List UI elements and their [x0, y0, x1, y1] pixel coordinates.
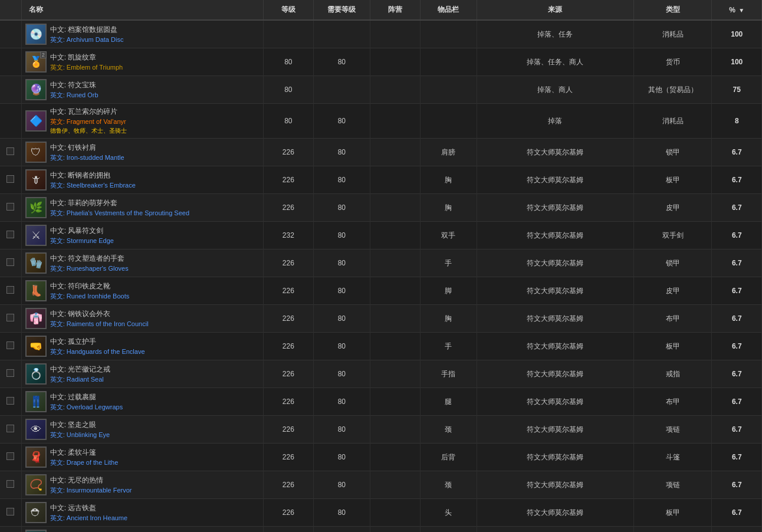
item-name-en[interactable]: 英文: Insurmountable Fervor: [50, 486, 132, 495]
row-req-level: 80: [313, 444, 370, 471]
row-source: 符文大师莫尔基姆: [477, 471, 634, 499]
item-name-en[interactable]: 英文: Runed Orb: [50, 91, 98, 100]
table-row: 👖中文: 过载裹腿英文: Overload Legwraps22680腿符文大师…: [0, 388, 762, 416]
item-icon: 👁: [25, 419, 47, 440]
row-name-cell: 🛡中文: 钉铁衬肩英文: Iron-studded Mantle: [21, 139, 263, 166]
row-check-cell: [0, 139, 21, 166]
col-slot[interactable]: 物品栏: [420, 0, 477, 20]
row-checkbox[interactable]: [6, 369, 14, 377]
row-req-level: 80: [313, 527, 370, 533]
item-name-zh: 中文: 符文塑造者的手套: [50, 254, 129, 264]
row-slot: 颈: [420, 471, 477, 499]
row-check-cell: [0, 249, 21, 277]
col-req-level[interactable]: 需要等级: [313, 0, 370, 20]
item-name-en[interactable]: 英文: Steelbreaker's Embrace: [50, 181, 136, 190]
row-checkbox[interactable]: [6, 203, 14, 211]
row-pct: 100: [712, 48, 762, 76]
row-type: 双手剑: [633, 222, 712, 249]
row-pct: 6.7: [712, 194, 762, 222]
row-faction: [370, 444, 420, 471]
row-req-level: 80: [313, 471, 370, 499]
item-name-zh: 中文: 光芒徽记之戒: [50, 364, 111, 375]
row-checkbox[interactable]: [6, 397, 14, 405]
item-name-zh: 中文: 远古铁盔: [50, 503, 127, 513]
row-level: 226: [264, 388, 313, 416]
item-icon: 🔷: [25, 110, 47, 132]
item-name-zh: 中文: 无尽的热情: [50, 475, 132, 485]
item-name-en[interactable]: 英文: Runed Ironhide Boots: [50, 292, 130, 301]
table-row: ⚔中文: 风暴符文剑英文: Stormrune Edge23280双手符文大师莫…: [0, 222, 762, 249]
item-name-en[interactable]: 英文: Fragment of Val'anyr: [50, 117, 127, 126]
table-row: 🧤中文: 符文塑造者的手套英文: Runeshaper's Gloves2268…: [0, 249, 762, 277]
row-checkbox[interactable]: [6, 231, 14, 238]
row-check-cell: [0, 360, 21, 388]
row-faction: [370, 104, 420, 139]
row-checkbox[interactable]: [6, 175, 14, 183]
item-name-en[interactable]: 英文: Ancient Iron Heaume: [50, 514, 127, 523]
col-type[interactable]: 类型: [633, 0, 712, 20]
row-source: 掉落: [477, 104, 634, 139]
row-checkbox[interactable]: [6, 314, 14, 321]
item-name-en[interactable]: 英文: Radiant Seal: [50, 375, 111, 384]
item-name-zh: 中文: 钢铁议会外衣: [50, 309, 149, 319]
table-row: 🗡中文: 断钢者的拥抱英文: Steelbreaker's Embrace226…: [0, 166, 762, 194]
col-source[interactable]: 来源: [477, 0, 634, 20]
item-name-en[interactable]: 英文: Drape of the Lithe: [50, 458, 119, 467]
table-row: 💿中文: 档案馆数据圆盘英文: Archivum Data Disc掉落、任务消…: [0, 20, 762, 48]
item-name-en[interactable]: 英文: Archivum Data Disc: [50, 35, 124, 44]
row-slot: 双手: [420, 222, 477, 249]
item-name-en[interactable]: 英文: Phaelia's Vestments of the Sprouting…: [50, 209, 189, 218]
item-name-en[interactable]: 英文: Emblem of Triumph: [50, 63, 123, 72]
table-row: 🔱中文: 专注英文: Rapture23280双手符文大师莫尔基姆法杖6.7: [0, 527, 762, 533]
row-checkbox[interactable]: [6, 341, 14, 349]
table-row: 💍中文: 光芒徽记之戒英文: Radiant Seal22680手指符文大师莫尔…: [0, 360, 762, 388]
row-faction: [370, 249, 420, 277]
row-checkbox[interactable]: [6, 480, 14, 488]
row-pct: 6.7: [712, 222, 762, 249]
item-name-en[interactable]: 英文: Raiments of the Iron Council: [50, 320, 149, 329]
row-checkbox[interactable]: [6, 258, 14, 266]
row-checkbox[interactable]: [6, 452, 14, 460]
row-req-level: 80: [313, 305, 370, 333]
row-source: 符文大师莫尔基姆: [477, 499, 634, 527]
row-pct: 6.7: [712, 166, 762, 194]
item-name-en[interactable]: 英文: Runeshaper's Gloves: [50, 264, 129, 273]
col-pct[interactable]: % ▼: [712, 0, 762, 20]
row-check-cell: [0, 388, 21, 416]
col-name[interactable]: 名称: [21, 0, 263, 20]
item-name-en[interactable]: 英文: Overload Legwraps: [50, 403, 123, 412]
col-faction[interactable]: 阵营: [370, 0, 420, 20]
row-checkbox[interactable]: [6, 425, 14, 432]
row-level: 226: [264, 333, 313, 360]
row-source: 符文大师莫尔基姆: [477, 166, 634, 194]
table-row: ⛑中文: 远古铁盔英文: Ancient Iron Heaume22680头符文…: [0, 499, 762, 527]
row-type: 项链: [633, 416, 712, 444]
table-row: 🏅2中文: 凯旋纹章英文: Emblem of Triumph8080掉落、任务…: [0, 48, 762, 76]
row-req-level: 80: [313, 194, 370, 222]
row-faction: [370, 499, 420, 527]
row-req-level: 80: [313, 499, 370, 527]
col-level[interactable]: 等级: [264, 0, 313, 20]
table-row: 🤜中文: 孤立护手英文: Handguards of the Enclave22…: [0, 333, 762, 360]
item-icon: 🤜: [25, 336, 47, 357]
row-checkbox[interactable]: [6, 147, 14, 155]
row-slot: [420, 20, 477, 48]
row-check-cell: [0, 104, 21, 139]
item-name-en[interactable]: 英文: Iron-studded Mantle: [50, 153, 124, 162]
item-name-en[interactable]: 英文: Stormrune Edge: [50, 237, 114, 245]
item-name-en[interactable]: 英文: Unblinking Eye: [50, 431, 110, 439]
row-pct: 6.7: [712, 333, 762, 360]
item-restriction: 德鲁伊、牧师、术士、圣骑士: [50, 127, 127, 135]
row-req-level: 80: [313, 277, 370, 305]
row-checkbox[interactable]: [6, 508, 14, 515]
row-pct: 6.7: [712, 499, 762, 527]
table-row: 👢中文: 符印铁皮之靴英文: Runed Ironhide Boots22680…: [0, 277, 762, 305]
row-source: 符文大师莫尔基姆: [477, 333, 634, 360]
row-level: 226: [264, 471, 313, 499]
row-checkbox[interactable]: [6, 286, 14, 294]
row-level: 226: [264, 416, 313, 444]
item-name-en[interactable]: 英文: Handguards of the Enclave: [50, 347, 145, 356]
table-header: 名称 等级 需要等级 阵营 物品栏 来源 类型 % ▼: [0, 0, 762, 20]
row-faction: [370, 333, 420, 360]
row-pct: 100: [712, 20, 762, 48]
